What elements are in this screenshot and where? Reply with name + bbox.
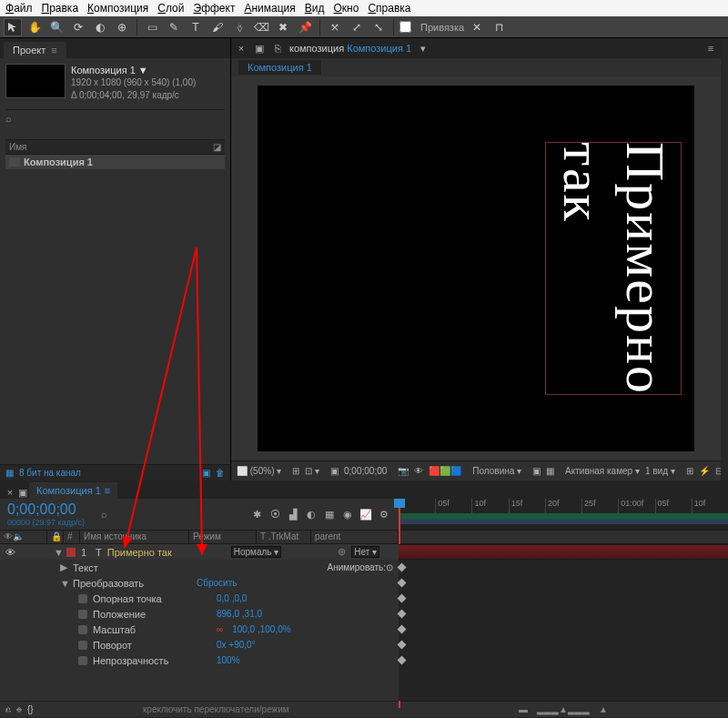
search-input[interactable]: ⌕ [101,509,107,520]
snap-magnet-icon[interactable]: ⊓ [490,18,508,36]
project-tab[interactable]: Проект≡ [4,42,66,58]
keyframe-icon[interactable] [398,579,407,588]
brainstorm-icon[interactable]: ⚙ [377,507,391,521]
motion-blur-icon[interactable]: ◉ [340,507,355,521]
eye-icon[interactable]: 👁 [5,547,15,558]
bpc-label[interactable]: 8 бит на канал [19,468,81,478]
project-search-input[interactable] [5,124,225,137]
menu-window[interactable]: Окно [334,2,359,15]
zoom-slider[interactable]: ▂▂▂▲▂▂▂ [537,704,590,714]
hand-tool[interactable]: ✋ [25,18,44,36]
toggle-brackets-icon[interactable]: {} [27,704,34,714]
parent-select[interactable]: Нет ▾ [351,546,379,558]
channel-icon[interactable]: 🟥🟩🟦 [429,466,461,476]
composition-canvas[interactable]: Примерно так [258,86,694,451]
position-row[interactable]: Положение896,0 ,31,0 [0,606,399,622]
canvas-area[interactable]: Примерно так [231,76,721,460]
stamp-tool[interactable]: ⎀ [230,18,248,36]
keyframe-icon[interactable] [398,656,407,665]
zoom-display[interactable]: ⬜ (50%) ▾ [237,466,281,476]
snap-checkbox[interactable] [399,21,411,33]
menu-composition[interactable]: Композиция [87,2,148,15]
scale-row[interactable]: Масштаб∞100,0 ,100,0% [0,622,399,637]
eraser-tool[interactable]: ⌫ [252,18,270,36]
comp-thumbnail[interactable] [5,64,66,98]
twirl-icon[interactable]: ▼ [54,547,61,558]
layer-color-swatch[interactable] [66,548,76,557]
rotate-tool[interactable]: ◐ [91,18,109,36]
stopwatch-icon[interactable] [78,656,87,665]
rotation-row[interactable]: Поворот0x +90,0° [0,637,399,652]
panel-menu-icon[interactable]: ≡ [704,42,717,55]
draft-3d-icon[interactable]: ◐ [304,507,318,521]
col-type-icon[interactable]: ◪ [213,142,221,152]
stopwatch-icon[interactable] [78,594,87,603]
menu-animation[interactable]: Анимация [244,2,295,15]
shy-icon[interactable]: ▟ [286,507,300,521]
keyframe-icon[interactable] [398,625,407,634]
menu-effect[interactable]: Эффект [194,2,236,15]
roto-tool[interactable]: ✖ [274,18,292,36]
text-group-row[interactable]: ▶Текст Анимировать: ⊙ [0,560,399,575]
close-icon[interactable]: × [235,42,248,55]
panel-menu-icon[interactable]: ≡ [51,45,56,56]
opacity-row[interactable]: Непрозрачность100% [0,652,399,668]
animate-add-icon[interactable]: ⊙ [386,562,393,572]
rotation-value[interactable]: 0x +90,0° [217,640,256,650]
project-item-composition[interactable]: Композиция 1 [5,155,225,169]
anchor-tool[interactable]: ⊕ [113,18,131,36]
rect-tool[interactable]: ▭ [143,18,161,36]
current-time[interactable]: 0;00;00;00 [344,466,387,476]
stopwatch-icon[interactable] [78,625,87,634]
viewer-subtab[interactable]: Композиция 1 [238,60,321,75]
local-axis-icon[interactable]: ⤧ [326,18,344,36]
close-icon[interactable]: × [4,486,16,499]
timeline-tracks[interactable] [399,544,728,701]
orbit-tool[interactable]: ⟳ [69,18,87,36]
grid-icon[interactable]: ⊡ ▾ [305,466,319,476]
toggle-switch-icon[interactable]: ⎌ [5,704,11,714]
layer-row[interactable]: 👁 ▼ 1 T Примерно так Нормаль ▾ ⊚ Нет ▾ [0,544,399,560]
keyframe-icon[interactable] [398,563,407,572]
keyframe-icon[interactable] [398,641,407,650]
pixel-ar-icon[interactable]: ⊞ [686,466,693,476]
zoom-tool[interactable]: 🔍 [47,18,66,36]
timeline-tab[interactable]: Композиция 1 ≡ [29,482,117,499]
text-tool[interactable]: T [187,18,205,36]
menu-layer[interactable]: Слой [157,2,184,15]
position-value[interactable]: 896,0 ,31,0 [217,609,262,619]
tl-icon-1[interactable]: ✱ [249,507,264,521]
timecode-display[interactable]: 0;00;00;00 [7,501,85,518]
time-ruler[interactable]: 05f 10f 15f 20f 25f 01:00f 05f 10f [399,499,728,530]
scale-value[interactable]: 100,0 ,100,0% [232,624,291,634]
transparency-icon[interactable]: ▦ [546,466,554,476]
transform-group-row[interactable]: ▼Преобразовать Сбросить [0,575,399,591]
toggle-switch-icon-2[interactable]: ⎆ [16,704,22,714]
zoom-in-icon[interactable]: ▲ [599,704,608,714]
resolution-icon[interactable]: ⊞ [292,466,299,476]
canvas-text-layer[interactable]: Примерно так [551,142,676,395]
col-name[interactable]: Имя [9,142,26,152]
views-selector[interactable]: 1 вид ▾ [645,466,675,476]
graph-editor-icon[interactable]: 📈 [359,507,373,521]
pen-tool[interactable]: ✎ [165,18,183,36]
blend-mode-select[interactable]: Нормаль ▾ [231,546,282,558]
roi-icon[interactable]: ▣ [532,466,541,476]
view-axis-icon[interactable]: ⤡ [369,18,388,36]
menu-edit[interactable]: Правка [42,2,79,15]
reset-link[interactable]: Сбросить [197,578,237,588]
world-axis-icon[interactable]: ⤢ [348,18,366,36]
menu-view[interactable]: Вид [305,2,325,15]
show-snapshot-icon[interactable]: 👁 [414,466,423,476]
new-bin-icon[interactable]: ▣ [202,468,210,478]
pin-tool[interactable]: 📌 [296,18,314,36]
lock-icon[interactable]: ⎘ [271,42,284,55]
panel-menu-icon[interactable]: ≡ [105,485,110,496]
toggle-switches-hint[interactable]: креключить переключатели/режим [39,704,393,714]
anchor-value[interactable]: 0,0 ,0,0 [217,593,247,603]
opacity-value[interactable]: 100% [217,655,240,665]
selection-tool[interactable] [4,18,22,36]
fast-preview-icon[interactable]: ⚡ [699,466,710,476]
project-footer-bpc[interactable]: ▦ [5,468,14,478]
quality-selector[interactable]: Половина ▾ [472,466,521,476]
